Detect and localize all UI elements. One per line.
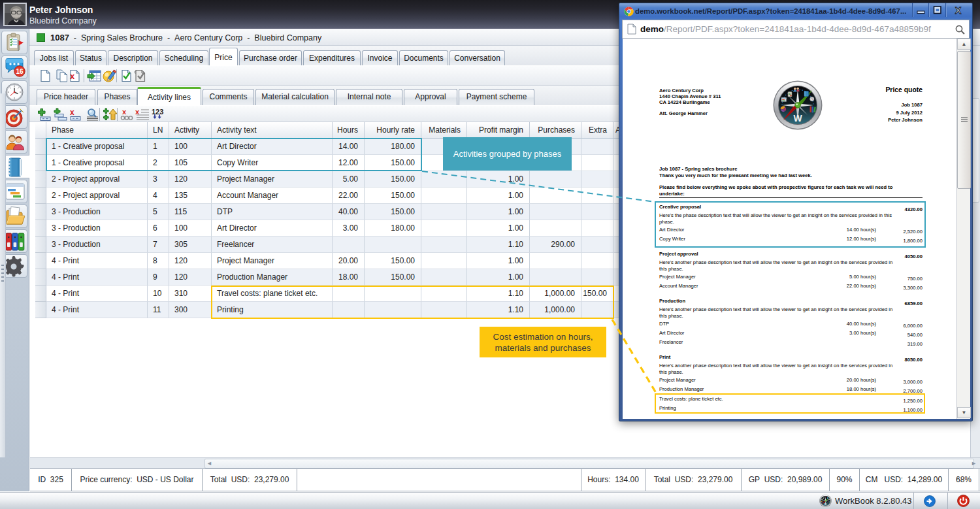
svg-text:16: 16 xyxy=(16,68,24,75)
svg-text:x: x xyxy=(135,108,140,116)
svg-text:X: X xyxy=(955,5,962,16)
svg-text:x: x xyxy=(122,108,127,116)
svg-text:W: W xyxy=(793,113,802,123)
svg-text:x: x xyxy=(70,71,75,81)
svg-text:123: 123 xyxy=(152,108,163,116)
svg-text:x: x xyxy=(70,108,74,117)
